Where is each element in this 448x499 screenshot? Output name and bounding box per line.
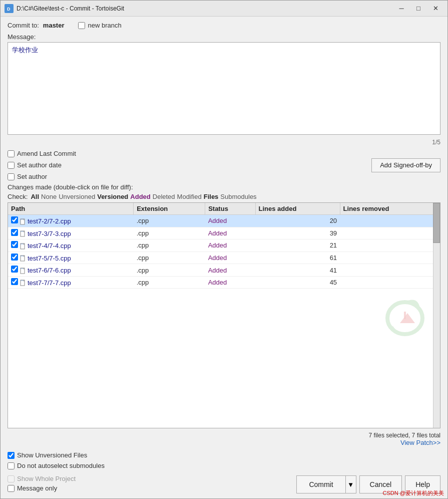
options-row: Amend Last Commit Set author date Set au… [8,150,440,180]
file-name: test7-6/7-6.cpp [28,267,71,274]
options-section: Amend Last Commit Set author date Set au… [8,150,440,180]
main-window: D D:\C#\Gitee\test-c - Commit - Tortoise… [0,0,448,499]
set-author-date-checkbox[interactable] [8,162,15,169]
svg-rect-4 [404,312,406,319]
file-name: test7-7/7-7.cpp [28,279,71,287]
show-unversioned-text: Show Unversioned Files [17,451,87,459]
file-path-cell: test7-7/7-7.cpp [8,276,134,289]
table-row[interactable]: test7-7/7-7.cpp.cppAdded450 [8,276,440,289]
svg-rect-8 [21,231,24,232]
commit-dropdown-button[interactable]: ▼ [345,475,356,493]
file-icon [20,255,28,262]
new-branch-checkbox[interactable] [78,22,85,29]
files-summary: 7 files selected, 7 files total [369,432,440,439]
table-row[interactable]: test7-5/7-5.cpp.cppAdded610 [8,252,440,264]
show-whole-project-checkbox [8,475,15,482]
message-input[interactable]: 学校作业 [8,42,440,135]
table-row[interactable]: test7-2/7-2.cpp.cppAdded200 [8,215,440,227]
close-button[interactable]: ✕ [427,3,443,14]
file-ext-cell: .cpp [134,227,205,239]
lines-added-cell: 21 [255,239,340,252]
file-path-cell: test7-6/7-6.cpp [8,264,134,277]
extension-header: Extension [134,203,205,215]
file-ext-cell: .cpp [134,264,205,277]
file-name: test7-2/7-2.cpp [28,217,71,225]
lines-added-cell: 45 [255,276,340,289]
table-row[interactable]: test7-4/7-4.cpp.cppAdded210 [8,239,440,252]
file-row-checkbox[interactable] [11,278,18,285]
commit-to-row: Commit to: master new branch [8,22,440,29]
maximize-button[interactable]: □ [410,3,426,14]
message-label: Message: [8,33,440,41]
check-modified-link[interactable]: Modified [177,193,202,200]
check-all-link[interactable]: All [31,193,39,200]
lines-removed-header: Lines removed [340,203,439,215]
file-path-cell: test7-5/7-5.cpp [8,252,134,264]
file-name: test7-4/7-4.cpp [28,242,71,250]
files-summary-area: 7 files selected, 7 files total View Pat… [369,432,440,446]
check-unversioned-link[interactable]: Unversioned [59,193,95,200]
lines-added-header: Lines added [255,203,340,215]
bottom-checkboxes-row1: Show Unversioned Files [8,451,440,459]
check-label: Check: [8,193,28,200]
title-bar: D D:\C#\Gitee\test-c - Commit - Tortoise… [1,1,447,17]
add-signed-off-button[interactable]: Add Signed-off-by [371,158,440,172]
check-submodules-link[interactable]: Submodules [220,193,256,200]
message-only-checkbox[interactable] [8,485,15,492]
file-status-cell: Added [205,239,255,252]
scrollbar-thumb[interactable] [433,203,440,243]
do-not-autoselect-checkbox[interactable] [8,462,15,469]
main-content: Commit to: master new branch Message: 学校… [1,17,447,498]
svg-rect-12 [21,256,24,257]
do-not-autoselect-label[interactable]: Do not autoselect submodules [8,462,105,469]
bottom-checkboxes-row2: Do not autoselect submodules [8,462,440,469]
check-none-link[interactable]: None [41,193,57,200]
minimize-button[interactable]: ─ [393,3,409,14]
set-author-label[interactable]: Set author [8,173,76,180]
file-row-checkbox[interactable] [11,266,18,273]
svg-rect-14 [21,268,24,269]
show-unversioned-checkbox[interactable] [8,452,15,459]
changes-section: Changes made (double-click on file for d… [8,183,440,446]
check-added-link[interactable]: Added [130,193,150,200]
changes-label: Changes made (double-click on file for d… [8,183,440,191]
set-author-checkbox[interactable] [8,173,15,180]
show-unversioned-label[interactable]: Show Unversioned Files [8,451,87,459]
amend-last-commit-text: Amend Last Commit [17,150,76,157]
table-row[interactable]: test7-3/7-3.cpp.cppAdded390 [8,227,440,239]
file-row-checkbox[interactable] [11,229,18,236]
file-path-cell: test7-3/7-3.cpp [8,227,134,239]
amend-last-commit-label[interactable]: Amend Last Commit [8,150,76,157]
file-icon [20,242,28,250]
set-author-date-text: Set author date [17,161,62,169]
check-deleted-link[interactable]: Deleted [153,193,175,200]
window-title: D:\C#\Gitee\test-c - Commit - TortoiseGi… [17,5,393,12]
amend-last-commit-checkbox[interactable] [8,150,15,157]
options-left: Amend Last Commit Set author date Set au… [8,150,76,180]
set-author-date-label[interactable]: Set author date [8,161,76,169]
commit-button[interactable]: Commit [296,475,345,493]
char-count: 1/5 [8,139,440,146]
message-section: Message: 学校作业 1/5 [8,33,440,146]
do-not-autoselect-text: Do not autoselect submodules [17,462,105,469]
check-versioned-link[interactable]: Versioned [97,193,128,200]
file-row-checkbox[interactable] [11,216,18,223]
check-files-link[interactable]: Files [204,193,219,200]
view-patch-link[interactable]: View Patch>> [369,439,440,446]
file-status-cell: Added [205,252,255,264]
file-status-cell: Added [205,227,255,239]
branch-name: master [43,22,65,29]
lines-removed-cell: 0 [340,227,439,239]
table-row[interactable]: test7-6/7-6.cpp.cppAdded410 [8,264,440,277]
lines-removed-cell: 0 [340,239,439,252]
message-only-label[interactable]: Message only [8,484,76,492]
new-branch-checkbox-label[interactable]: new branch [78,22,121,29]
file-row-checkbox[interactable] [11,241,18,248]
message-box-container: 学校作业 [8,42,440,136]
svg-rect-6 [21,219,24,220]
svg-marker-3 [400,313,415,323]
file-row-checkbox[interactable] [11,254,18,261]
file-ext-cell: .cpp [134,252,205,264]
file-icon [20,279,28,287]
file-status-cell: Added [205,215,255,227]
